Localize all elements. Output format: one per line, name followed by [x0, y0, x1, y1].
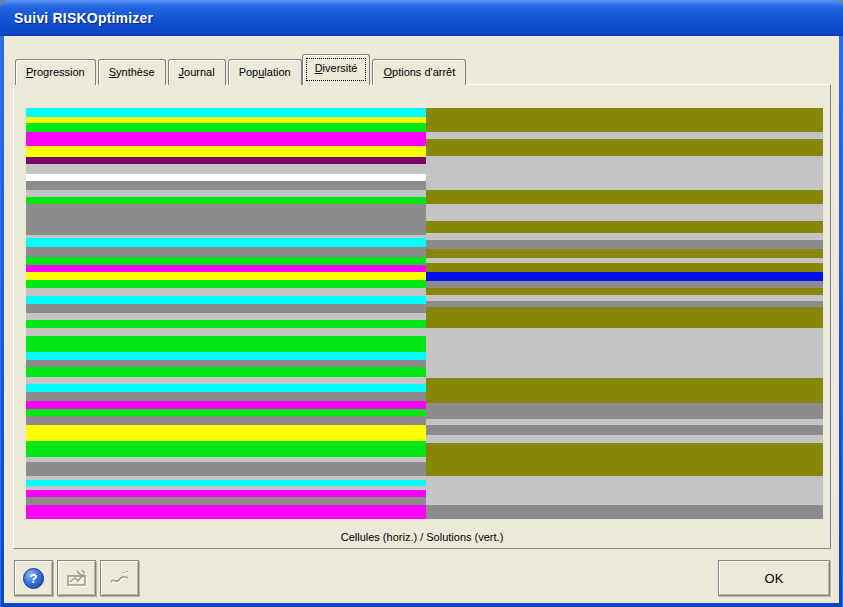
chart-segment [26, 247, 426, 257]
chart-segment [26, 123, 426, 132]
chart-segment [426, 233, 823, 240]
chart-segment [26, 360, 426, 367]
diversity-chart [26, 108, 823, 519]
chart-segment [26, 313, 426, 320]
tab-diversite[interactable]: Diversité [302, 54, 371, 85]
chart-segment [26, 328, 426, 336]
help-button[interactable]: ? [14, 560, 53, 596]
chart-segment [26, 157, 426, 164]
chart-segment [26, 401, 426, 409]
chart-segment [26, 272, 426, 280]
chart-segment [26, 257, 426, 265]
chart-segment [426, 505, 823, 519]
graph-button[interactable] [100, 560, 139, 596]
tab-synthese[interactable]: Synthèse [98, 59, 166, 85]
chart-segment [426, 139, 823, 156]
chart-segment [426, 403, 823, 419]
chart-segment [26, 392, 426, 401]
chart-segment [426, 272, 823, 281]
graph-icon [109, 569, 131, 587]
chart-segment [26, 367, 426, 377]
chart-segment [426, 204, 823, 221]
chart-segment [426, 435, 823, 443]
chart-segment [26, 462, 426, 476]
chart-column-cell-2 [426, 108, 823, 519]
chart-segment [26, 441, 426, 457]
chart-segment [426, 443, 823, 476]
chart-segment [426, 281, 823, 288]
chart-segment [26, 204, 426, 235]
tab-options-arret[interactable]: Options d'arrêt [372, 59, 466, 85]
chart-caption: Cellules (horiz.) / Solutions (vert.) [14, 531, 830, 543]
chart-segment [426, 476, 823, 505]
chart-segment [26, 108, 426, 117]
dialog-body: Progression Synthèse Journal Population … [4, 36, 839, 603]
chart-segment [26, 174, 426, 181]
chart-column-cell-1 [26, 108, 426, 519]
chart-segment [426, 190, 823, 204]
chart-segment [426, 288, 823, 295]
chart-segment [26, 146, 426, 157]
chart-segment [426, 263, 823, 272]
chart-segment [426, 328, 823, 378]
report-button[interactable] [57, 560, 96, 596]
chart-segment [426, 425, 823, 435]
tab-strip: Progression Synthèse Journal Population … [15, 53, 468, 85]
chart-segment [26, 320, 426, 328]
chart-segment [26, 352, 426, 360]
tab-journal[interactable]: Journal [168, 59, 226, 85]
chart-segment [26, 490, 426, 497]
chart-segment [26, 132, 426, 146]
chart-segment [26, 181, 426, 190]
chart-segment [426, 108, 823, 132]
chart-segment [426, 221, 823, 233]
chart-segment [426, 378, 823, 403]
chart-segment [26, 296, 426, 304]
tab-panel-diversite: Cellules (horiz.) / Solutions (vert.) [13, 84, 831, 549]
chart-segment [26, 425, 426, 441]
title-bar[interactable]: Suivi RISKOptimizer [0, 0, 843, 36]
report-icon [66, 568, 88, 588]
chart-segment [426, 240, 823, 249]
chart-segment [26, 416, 426, 425]
ok-button[interactable]: OK [718, 560, 830, 596]
chart-segment [26, 238, 426, 247]
chart-segment [26, 336, 426, 352]
ok-label: OK [765, 571, 784, 586]
chart-segment [426, 156, 823, 190]
chart-segment [26, 288, 426, 296]
help-icon: ? [23, 568, 44, 589]
chart-segment [26, 190, 426, 197]
chart-segment [26, 377, 426, 384]
dialog-window: Suivi RISKOptimizer Progression Synthèse… [0, 0, 843, 607]
chart-segment [426, 307, 823, 328]
chart-segment [26, 265, 426, 272]
chart-segment [26, 164, 426, 174]
chart-segment [26, 304, 426, 313]
chart-segment [26, 409, 426, 416]
tab-progression[interactable]: Progression [15, 59, 96, 85]
chart-segment [26, 280, 426, 288]
chart-segment [26, 197, 426, 204]
chart-segment [426, 249, 823, 258]
window-title: Suivi RISKOptimizer [14, 0, 153, 37]
chart-segment [26, 384, 426, 392]
chart-segment [426, 132, 823, 139]
tab-population[interactable]: Population [228, 59, 302, 85]
chart-segment [26, 497, 426, 505]
chart-segment [26, 505, 426, 519]
